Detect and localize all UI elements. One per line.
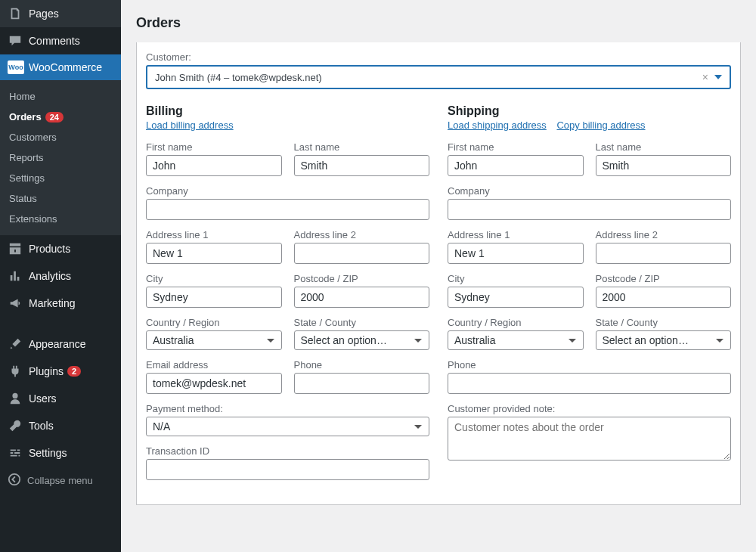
sidebar-label: Appearance — [29, 338, 86, 350]
sidebar-label: Products — [29, 243, 70, 255]
billing-company-label: Company — [146, 185, 429, 197]
billing-company[interactable] — [146, 199, 429, 220]
sidebar-item-pages[interactable]: Pages — [0, 0, 121, 27]
billing-phone[interactable] — [294, 373, 430, 394]
sidebar-item-tools[interactable]: Tools — [0, 412, 121, 439]
sidebar-label: Users — [29, 392, 57, 405]
megaphone-icon — [8, 296, 23, 311]
billing-city[interactable] — [146, 287, 282, 308]
shipping-state-label: State / County — [596, 317, 732, 328]
customer-label: Customer: — [146, 51, 731, 63]
sidebar-item-analytics[interactable]: Analytics — [0, 262, 121, 290]
billing-postcode[interactable] — [294, 287, 430, 308]
sidebar-sub-status[interactable]: Status — [0, 188, 121, 209]
customer-select[interactable]: John Smith (#4 – tomek@wpdesk.net) × — [146, 65, 731, 89]
customer-note-label: Customer provided note: — [448, 403, 731, 414]
sidebar-label: Marketing — [29, 297, 75, 309]
shipping-last-name[interactable] — [596, 155, 732, 176]
woocommerce-icon: Woo — [8, 60, 24, 74]
shipping-city-label: City — [448, 273, 584, 284]
billing-addr2-label: Address line 2 — [294, 229, 430, 240]
sliders-icon — [8, 445, 23, 461]
shipping-company[interactable] — [448, 199, 731, 220]
sidebar-item-comments[interactable]: Comments — [0, 27, 121, 54]
wrench-icon — [8, 418, 23, 433]
orders-badge: 24 — [45, 112, 64, 122]
user-icon — [8, 391, 23, 406]
page-title: Orders — [121, 0, 756, 42]
sidebar-sub-settings[interactable]: Settings — [0, 168, 121, 188]
billing-country[interactable]: Australia — [146, 330, 282, 350]
shipping-country[interactable]: Australia — [448, 330, 584, 350]
shipping-postcode[interactable] — [596, 287, 732, 308]
billing-state[interactable]: Select an option… — [294, 330, 430, 350]
sidebar-item-settings[interactable]: Settings — [0, 439, 121, 467]
shipping-phone[interactable] — [448, 373, 731, 394]
chevron-down-icon[interactable] — [714, 75, 722, 79]
svg-point-0 — [9, 474, 20, 485]
sidebar-label: WooCommerce — [29, 61, 102, 73]
sidebar-item-woocommerce[interactable]: Woo WooCommerce — [0, 54, 121, 80]
billing-state-label: State / County — [294, 317, 430, 328]
billing-country-label: Country / Region — [146, 317, 282, 328]
shipping-title: Shipping — [448, 104, 731, 118]
billing-column: Billing Load billing address First name … — [146, 104, 429, 489]
customer-value: John Smith (#4 – tomek@wpdesk.net) — [155, 72, 322, 83]
shipping-phone-label: Phone — [448, 359, 731, 371]
load-billing-link[interactable]: Load billing address — [146, 119, 234, 131]
sidebar-sub-reports[interactable]: Reports — [0, 147, 121, 168]
payment-method[interactable]: N/A — [146, 417, 429, 436]
billing-email-label: Email address — [146, 359, 282, 371]
billing-email[interactable] — [146, 373, 282, 394]
shipping-state[interactable]: Select an option… — [596, 330, 732, 350]
sidebar-sub-orders[interactable]: Orders 24 — [0, 107, 121, 127]
sidebar-sub-extensions[interactable]: Extensions — [0, 209, 121, 229]
sidebar-label: Analytics — [29, 270, 71, 282]
collapse-icon — [8, 473, 21, 488]
payment-method-label: Payment method: — [146, 403, 429, 414]
billing-first-name[interactable] — [146, 155, 282, 176]
sidebar-label: Comments — [29, 35, 80, 47]
billing-addr2[interactable] — [294, 243, 430, 264]
billing-first-name-label: First name — [146, 141, 282, 153]
transaction-id-label: Transaction ID — [146, 445, 429, 457]
shipping-first-name[interactable] — [448, 155, 584, 176]
shipping-first-name-label: First name — [448, 141, 584, 153]
copy-billing-link[interactable]: Copy billing address — [556, 119, 645, 131]
billing-postcode-label: Postcode / ZIP — [294, 273, 430, 284]
sidebar-item-appearance[interactable]: Appearance — [0, 330, 121, 358]
products-icon — [8, 241, 23, 256]
customer-note[interactable] — [448, 417, 731, 461]
brush-icon — [8, 336, 23, 352]
billing-addr1[interactable] — [146, 243, 282, 264]
collapse-menu[interactable]: Collapse menu — [0, 467, 121, 495]
shipping-addr1[interactable] — [448, 243, 584, 264]
billing-last-name-label: Last name — [294, 141, 430, 153]
shipping-addr2[interactable] — [596, 243, 732, 264]
load-shipping-link[interactable]: Load shipping address — [448, 119, 547, 131]
shipping-addr2-label: Address line 2 — [596, 229, 732, 240]
sidebar-item-users[interactable]: Users — [0, 385, 121, 412]
billing-phone-label: Phone — [294, 359, 430, 371]
billing-addr1-label: Address line 1 — [146, 229, 282, 240]
billing-title: Billing — [146, 104, 429, 118]
shipping-country-label: Country / Region — [448, 317, 584, 328]
comment-icon — [8, 33, 23, 48]
sidebar-label: Pages — [29, 8, 59, 20]
sidebar-item-marketing[interactable]: Marketing — [0, 290, 121, 317]
analytics-icon — [8, 268, 23, 284]
shipping-last-name-label: Last name — [596, 141, 732, 153]
page-icon — [8, 6, 23, 21]
clear-icon[interactable]: × — [702, 71, 708, 83]
transaction-id[interactable] — [146, 459, 429, 480]
sidebar-item-plugins[interactable]: Plugins 2 — [0, 358, 121, 385]
billing-last-name[interactable] — [294, 155, 430, 176]
shipping-city[interactable] — [448, 287, 584, 308]
shipping-addr1-label: Address line 1 — [448, 229, 584, 240]
shipping-column: Shipping Load shipping address Copy bill… — [448, 104, 731, 489]
plugins-badge: 2 — [67, 366, 81, 377]
sidebar-sub-home[interactable]: Home — [0, 86, 121, 107]
sidebar-item-products[interactable]: Products — [0, 235, 121, 262]
shipping-postcode-label: Postcode / ZIP — [596, 273, 732, 284]
sidebar-sub-customers[interactable]: Customers — [0, 127, 121, 147]
